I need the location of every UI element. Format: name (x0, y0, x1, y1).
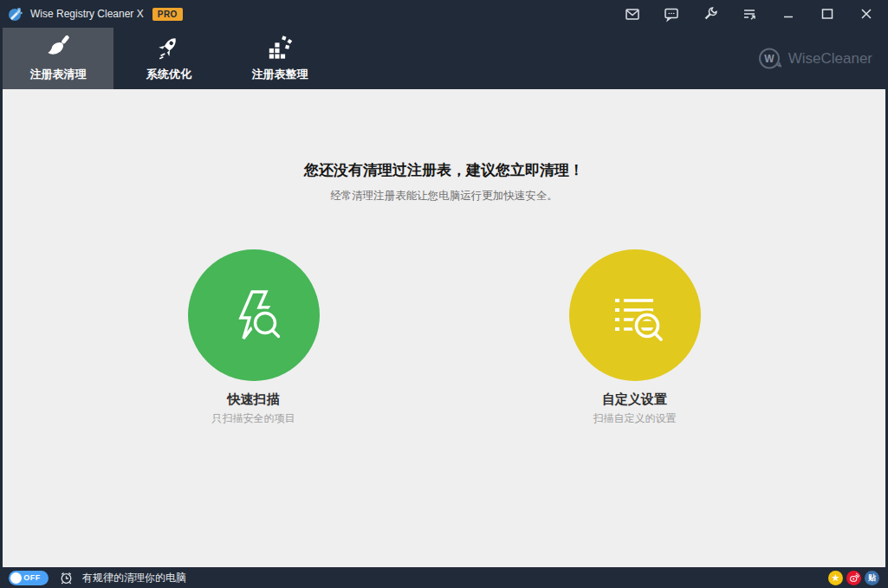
list-scan-icon (600, 281, 670, 350)
custom-scan-button[interactable] (569, 249, 701, 381)
wisecleaner-logo-icon: W (758, 47, 781, 70)
tab-label: 系统优化 (146, 67, 191, 82)
toggle-knob (10, 572, 22, 584)
tab-label: 注册表清理 (30, 67, 87, 82)
tieba-glyph: 贴 (868, 574, 876, 582)
qzone-star: ★ (832, 573, 840, 583)
page-title: 您还没有清理过注册表，建议您立即清理！ (304, 160, 584, 180)
svg-text:W: W (764, 53, 775, 65)
quick-scan-subtitle: 只扫描安全的项目 (212, 411, 295, 426)
feedback-icon[interactable] (661, 3, 682, 24)
wrench-icon[interactable] (700, 3, 721, 24)
custom-scan-subtitle: 扫描自定义的设置 (593, 411, 677, 426)
close-button[interactable] (856, 3, 877, 24)
defrag-blocks-icon (267, 35, 293, 61)
qzone-icon[interactable]: ★ (828, 571, 843, 585)
custom-scan-action: 自定义设置 扫描自定义的设置 (569, 249, 701, 426)
title-bar: Wise Registry Cleaner X PRO (0, 0, 888, 28)
status-bar: OFF 有规律的清理你的电脑 ★ (0, 567, 888, 588)
pro-badge: PRO (152, 8, 183, 21)
toggle-state-label: OFF (23, 573, 47, 582)
share-icons: ★ 贴 (828, 571, 879, 585)
brush-icon (45, 35, 71, 61)
menu-icon[interactable] (739, 3, 760, 24)
custom-scan-title: 自定义设置 (602, 391, 667, 408)
schedule-toggle[interactable]: OFF (9, 571, 49, 585)
window-title: Wise Registry Cleaner X (30, 8, 144, 20)
tab-registry-cleaner[interactable]: 注册表清理 (3, 28, 113, 89)
app-window: Wise Registry Cleaner X PRO (0, 0, 888, 588)
minimize-button[interactable] (778, 3, 799, 24)
quick-scan-title: 快速扫描 (228, 391, 280, 408)
main-content: 您还没有清理过注册表，建议您立即清理！ 经常清理注册表能让您电脑运行更加快速安全… (3, 89, 885, 567)
lightning-scan-icon (219, 281, 288, 350)
alarm-clock-icon (59, 571, 74, 585)
weibo-icon[interactable] (846, 571, 861, 585)
titlebar-buttons (604, 3, 877, 24)
page-subtitle: 经常清理注册表能让您电脑运行更加快速安全。 (330, 189, 558, 204)
status-message: 有规律的清理你的电脑 (82, 571, 186, 585)
scan-actions: 快速扫描 只扫描安全的项目 (188, 249, 701, 426)
maximize-button[interactable] (817, 3, 838, 24)
wisecleaner-logo-text: WiseCleaner (788, 50, 872, 68)
quick-scan-action: 快速扫描 只扫描安全的项目 (188, 249, 320, 426)
app-logo-icon (7, 5, 24, 23)
tab-bar: 注册表清理 系统优化 (0, 28, 888, 89)
tieba-icon[interactable]: 贴 (865, 571, 879, 585)
wisecleaner-logo: W WiseCleaner (758, 47, 872, 70)
tab-registry-defrag[interactable]: 注册表整理 (224, 28, 335, 89)
quick-scan-button[interactable] (188, 249, 320, 381)
tab-label: 注册表整理 (252, 67, 308, 82)
rocket-icon (156, 35, 182, 61)
mail-icon[interactable] (622, 3, 643, 24)
tab-system-tuneup[interactable]: 系统优化 (113, 28, 224, 89)
